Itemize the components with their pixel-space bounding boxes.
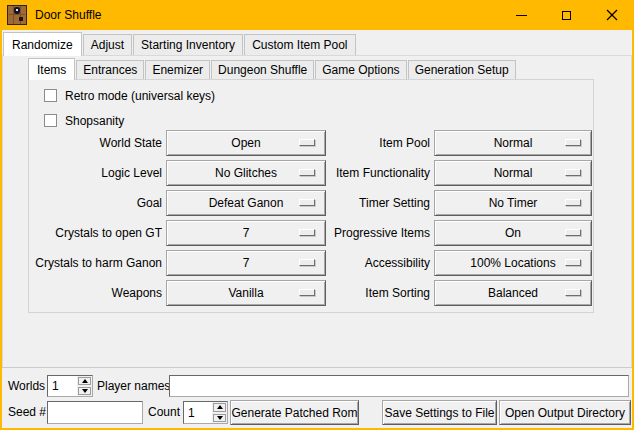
progressive-items-dropdown[interactable]: On — [434, 220, 592, 246]
open-output-directory-button[interactable]: Open Output Directory — [499, 400, 631, 425]
accessibility-label: Accessibility — [324, 250, 430, 276]
item-sorting-dropdown[interactable]: Balanced — [434, 280, 592, 306]
dropdown-indicator-icon — [565, 259, 581, 266]
logic-level-dropdown[interactable]: No Glitches — [166, 160, 326, 186]
minimize-button[interactable] — [499, 0, 544, 30]
dropdown-indicator-icon — [565, 229, 581, 236]
maximize-button[interactable] — [544, 0, 589, 30]
spinner-up-button[interactable] — [213, 403, 226, 412]
worlds-input[interactable] — [48, 376, 77, 396]
dropdown-indicator-icon — [299, 259, 315, 266]
dropdown-indicator-icon — [299, 199, 315, 206]
retro-mode-checkbox-row[interactable]: Retro mode (universal keys) — [44, 88, 215, 103]
tab-items[interactable]: Items — [28, 58, 75, 80]
window-controls — [499, 0, 634, 30]
goal-label: Goal — [33, 190, 162, 216]
dropdown-indicator-icon — [299, 169, 315, 176]
crystals-gt-label: Crystals to open GT — [33, 220, 162, 246]
spinner-down-button[interactable] — [78, 387, 91, 395]
player-names-input[interactable] — [169, 375, 629, 397]
spinner-down-button[interactable] — [213, 414, 226, 423]
maximize-icon — [562, 11, 571, 20]
spinner-up-icon — [82, 379, 88, 383]
tab-entrances[interactable]: Entrances — [76, 60, 144, 79]
dropdown-indicator-icon — [565, 289, 581, 296]
dropdown-indicator-icon — [299, 229, 315, 236]
goal-dropdown[interactable]: Defeat Ganon — [166, 190, 326, 216]
dropdown-indicator-icon — [565, 169, 581, 176]
dropdown-indicator-icon — [565, 199, 581, 206]
timer-setting-label: Timer Setting — [324, 190, 430, 216]
shopsanity-checkbox[interactable] — [44, 114, 57, 127]
logic-level-label: Logic Level — [33, 160, 162, 186]
item-pool-dropdown[interactable]: Normal — [434, 130, 592, 156]
item-sorting-label: Item Sorting — [324, 280, 430, 306]
player-names-label: Player names — [97, 375, 170, 397]
door-icon[interactable] — [7, 5, 27, 25]
tab-dungeon-shuffle[interactable]: Dungeon Shuffle — [211, 60, 314, 79]
save-settings-button[interactable]: Save Settings to File — [382, 400, 497, 425]
randomize-sub-tab-bar: Items Entrances Enemizer Dungeon Shuffle… — [28, 57, 517, 79]
count-spinner-arrows — [212, 402, 227, 423]
crystals-ganon-dropdown[interactable]: 7 — [166, 250, 326, 276]
main-tab-bar: Randomize Adjust Starting Inventory Cust… — [3, 31, 357, 55]
spinner-down-icon — [217, 416, 223, 420]
tab-adjust[interactable]: Adjust — [83, 34, 132, 55]
spinner-up-icon — [217, 405, 223, 409]
shopsanity-label: Shopsanity — [65, 114, 124, 128]
timer-setting-dropdown[interactable]: No Timer — [434, 190, 592, 216]
world-state-dropdown[interactable]: Open — [166, 130, 326, 156]
spinner-up-button[interactable] — [78, 377, 91, 385]
title-bar[interactable]: Door Shuffle — [0, 0, 634, 30]
seed-label: Seed # — [8, 400, 46, 425]
client-area: Randomize Adjust Starting Inventory Cust… — [2, 30, 632, 428]
crystals-gt-dropdown[interactable]: 7 — [166, 220, 326, 246]
items-tab-pane: Retro mode (universal keys) Shopsanity W… — [28, 79, 594, 313]
minimize-icon — [516, 15, 527, 16]
accessibility-dropdown[interactable]: 100% Locations — [434, 250, 592, 276]
worlds-label: Worlds — [8, 375, 45, 397]
window-title: Door Shuffle — [35, 8, 102, 22]
shopsanity-checkbox-row[interactable]: Shopsanity — [44, 113, 124, 128]
item-pool-label: Item Pool — [324, 130, 430, 156]
tab-game-options[interactable]: Game Options — [315, 60, 406, 79]
tab-generation-setup[interactable]: Generation Setup — [408, 60, 516, 79]
spinner-down-icon — [82, 389, 88, 393]
count-input[interactable] — [184, 402, 212, 423]
worlds-spinner-arrows — [77, 376, 92, 396]
dropdown-indicator-icon — [565, 139, 581, 146]
weapons-label: Weapons — [33, 280, 162, 306]
close-button[interactable] — [589, 0, 634, 30]
generate-patched-rom-button[interactable]: Generate Patched Rom — [230, 400, 359, 425]
dropdown-indicator-icon — [299, 139, 315, 146]
world-state-label: World State — [33, 130, 162, 156]
tab-randomize[interactable]: Randomize — [3, 32, 82, 56]
item-functionality-dropdown[interactable]: Normal — [434, 160, 592, 186]
bottom-panel: Worlds Player names Seed # Count — [2, 367, 632, 428]
count-label: Count — [148, 400, 180, 425]
worlds-spinner[interactable] — [47, 375, 93, 397]
tab-custom-item-pool[interactable]: Custom Item Pool — [244, 34, 355, 55]
dropdown-indicator-icon — [299, 289, 315, 296]
item-functionality-label: Item Functionality — [324, 160, 430, 186]
close-icon — [606, 9, 618, 21]
tab-enemizer[interactable]: Enemizer — [145, 60, 210, 79]
door-shuffle-window: Door Shuffle Randomize Adjust Starting I… — [0, 0, 634, 430]
weapons-dropdown[interactable]: Vanilla — [166, 280, 326, 306]
progressive-items-label: Progressive Items — [324, 220, 430, 246]
seed-input[interactable] — [47, 401, 143, 424]
retro-mode-checkbox[interactable] — [44, 89, 57, 102]
tab-starting-inventory[interactable]: Starting Inventory — [133, 34, 243, 55]
count-spinner[interactable] — [183, 401, 228, 424]
retro-mode-label: Retro mode (universal keys) — [65, 89, 215, 103]
crystals-ganon-label: Crystals to harm Ganon — [33, 250, 162, 276]
